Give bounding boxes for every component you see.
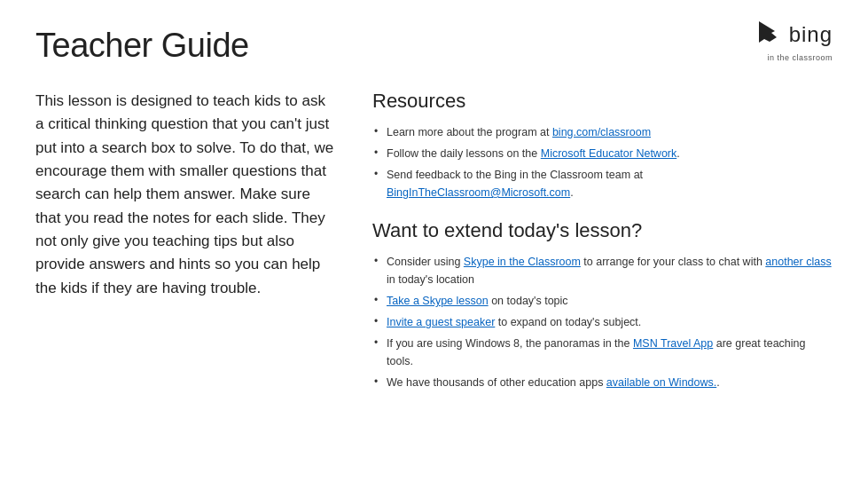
bing-brand-text: bing — [789, 22, 833, 47]
microsoft-educator-link[interactable]: Microsoft Educator Network — [541, 147, 677, 160]
list-item: Consider using Skype in the Classroom to… — [372, 253, 833, 288]
resource-item-3-before: Send feedback to the Bing in the Classro… — [387, 169, 643, 181]
list-item: If you are using Windows 8, the panorama… — [372, 335, 833, 370]
skype-classroom-link[interactable]: Skype in the Classroom — [464, 256, 581, 268]
extend-section: Want to extend today's lesson? Consider … — [372, 219, 833, 391]
take-skype-lesson-link[interactable]: Take a Skype lesson — [387, 295, 489, 307]
page-title: Teacher Guide — [35, 27, 833, 65]
extend-list: Consider using Skype in the Classroom to… — [372, 253, 833, 391]
list-item: Take a Skype lesson on today's topic — [372, 292, 833, 310]
resources-list: Learn more about the program at bing.com… — [372, 123, 833, 201]
page: bing in the classroom Teacher Guide This… — [0, 0, 868, 489]
left-column: This lesson is designed to teach kids to… — [35, 90, 337, 409]
bing-email-link[interactable]: BingInTheClassroom@Microsoft.com — [387, 186, 570, 199]
bing-tagline: in the classroom — [767, 53, 833, 62]
invite-guest-link[interactable]: Invite a guest speaker — [387, 316, 495, 328]
available-windows-link[interactable]: available on Windows. — [606, 376, 716, 389]
bing-logo: bing in the classroom — [750, 18, 833, 62]
list-item: We have thousands of other education app… — [372, 374, 833, 391]
list-item: Invite a guest speaker to expand on toda… — [372, 313, 833, 331]
right-column: Resources Learn more about the program a… — [372, 90, 833, 409]
list-item: Follow the daily lessons on the Microsof… — [372, 145, 833, 162]
resource-item-2-before: Follow the daily lessons on the — [387, 147, 541, 160]
resources-title: Resources — [372, 90, 833, 113]
another-class-link[interactable]: another class — [765, 256, 831, 268]
list-item: Learn more about the program at bing.com… — [372, 123, 833, 141]
bing-icon — [750, 18, 784, 51]
bing-classroom-link[interactable]: bing.com/classroom — [552, 126, 651, 138]
resources-section: Resources Learn more about the program a… — [372, 90, 833, 201]
extend-title: Want to extend today's lesson? — [372, 219, 833, 242]
intro-text: This lesson is designed to teach kids to… — [35, 90, 337, 300]
resource-item-1-before: Learn more about the program at — [387, 126, 552, 138]
list-item: Send feedback to the Bing in the Classro… — [372, 166, 833, 201]
content-area: This lesson is designed to teach kids to… — [35, 90, 833, 409]
msn-travel-link[interactable]: MSN Travel App — [633, 337, 713, 350]
